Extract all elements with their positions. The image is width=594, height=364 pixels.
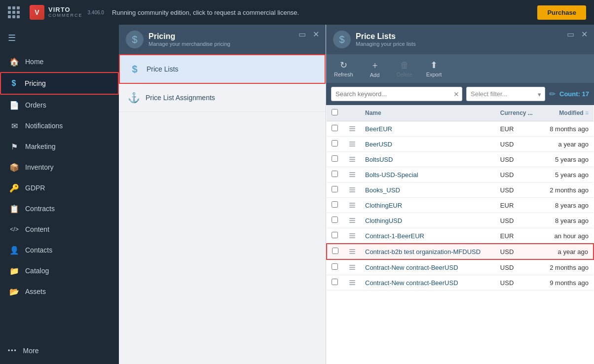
add-button[interactable]: ＋ Add <box>364 57 386 80</box>
content-icon: </> <box>9 224 19 234</box>
grid-icon[interactable] <box>8 6 20 18</box>
add-icon: ＋ <box>371 59 379 71</box>
row-checkbox[interactable] <box>332 263 338 270</box>
sidebar-item-contracts[interactable]: 📋 Contracts <box>0 198 119 219</box>
row-name[interactable]: ClothingEUR <box>360 198 495 213</box>
drag-handle[interactable] <box>349 172 355 177</box>
row-name[interactable]: Contract-New contract-BeerUSD <box>360 259 495 275</box>
more-button[interactable]: ••• More <box>0 341 119 360</box>
row-checkbox[interactable] <box>332 248 338 254</box>
price-list-assignments-item[interactable]: ⚓ Price List Assignments <box>119 84 326 112</box>
drag-handle[interactable] <box>349 142 355 146</box>
pricing-panel-title-area: Pricing Manage your merchandise pricing <box>148 32 230 47</box>
row-checkbox[interactable] <box>332 279 338 285</box>
table-row: Contract-New contract-BeerUSD USD 9 mont… <box>327 275 594 291</box>
sidebar-item-gdpr[interactable]: 🔑 GDPR <box>0 178 119 198</box>
price-lists-item[interactable]: $ Price Lists <box>119 54 326 84</box>
sidebar-item-label: Catalog <box>25 267 49 275</box>
row-currency: USD <box>495 275 541 291</box>
drag-handle[interactable] <box>349 203 355 208</box>
sidebar-item-orders[interactable]: 📄 Orders <box>0 95 119 115</box>
row-modified: 8 years ago <box>541 198 594 213</box>
sidebar-item-pricing[interactable]: $ Pricing <box>0 72 119 95</box>
export-icon: ⬆ <box>430 60 438 71</box>
price-lists-title-area: Price Lists Managing your price lists <box>356 32 416 47</box>
drag-handle[interactable] <box>349 280 355 285</box>
row-checkbox[interactable] <box>332 217 338 223</box>
filter-select[interactable]: Select filter... <box>466 87 545 101</box>
sidebar-item-marketing[interactable]: ⚑ Marketing <box>0 136 119 157</box>
row-name[interactable]: BeerUSD <box>360 137 495 152</box>
content-area: $ Pricing Manage your merchandise pricin… <box>119 25 594 364</box>
row-name[interactable]: BoltsUSD <box>360 152 495 167</box>
col-checkbox <box>327 105 344 121</box>
table-body: BeerEUR EUR 8 months ago BeerUSD USD a y… <box>327 121 594 291</box>
row-checkbox[interactable] <box>332 186 338 192</box>
search-bar: ✕ Select filter... ✏ Count: 17 <box>326 83 594 105</box>
drag-handle[interactable] <box>349 157 355 162</box>
sidebar-item-label: Assets <box>25 288 46 295</box>
row-name[interactable]: Contract-1-BeerEUR <box>360 228 495 244</box>
row-name[interactable]: BeerEUR <box>360 121 495 137</box>
sidebar-item-inventory[interactable]: 📦 Inventory <box>0 157 119 178</box>
col-drag <box>344 105 360 121</box>
sidebar-item-notifications[interactable]: ✉ Notifications <box>0 115 119 136</box>
sidebar-item-home[interactable]: 🏠 Home <box>0 51 119 72</box>
row-checkbox[interactable] <box>332 232 338 238</box>
top-banner: V VIRTO COMMERCE 3.406.0 Running communi… <box>0 0 594 25</box>
row-checkbox[interactable] <box>332 155 338 162</box>
column-menu-icon[interactable]: ≡ <box>585 109 589 116</box>
row-checkbox[interactable] <box>332 201 338 208</box>
hamburger-button[interactable]: ☰ <box>0 29 119 47</box>
price-lists-label: Price Lists <box>147 65 179 73</box>
price-lists-panel-actions: ▭ ✕ <box>564 29 590 40</box>
marketing-icon: ⚑ <box>9 142 19 151</box>
table-row: Contract-New contract-BeerUSD USD 2 mont… <box>327 259 594 275</box>
sidebar-item-label: Contacts <box>25 246 52 254</box>
edit-filter-button[interactable]: ✏ <box>549 89 556 99</box>
drag-handle[interactable] <box>349 126 355 131</box>
drag-handle[interactable] <box>349 218 355 223</box>
search-clear-button[interactable]: ✕ <box>453 90 459 98</box>
sidebar-item-content[interactable]: </> Content <box>0 219 119 240</box>
row-name[interactable]: Contract-b2b test organization-MFDUSD <box>360 244 495 259</box>
row-modified: a year ago <box>541 244 594 259</box>
pl-minimize-button[interactable]: ▭ <box>564 29 577 40</box>
drag-handle[interactable] <box>349 265 355 270</box>
row-currency: USD <box>495 152 541 167</box>
row-name[interactable]: Books_USD <box>360 182 495 198</box>
sidebar-item-catalog[interactable]: 📁 Catalog <box>0 260 119 281</box>
main-layout: ☰ 🏠 Home $ Pricing 📄 Orders ✉ Notificati… <box>0 25 594 364</box>
logo-text: VIRTO COMMERCE <box>48 6 83 18</box>
row-modified: 2 months ago <box>541 259 594 275</box>
minimize-button[interactable]: ▭ <box>296 29 308 40</box>
sidebar-item-assets[interactable]: 📂 Assets <box>0 281 119 302</box>
logo: V VIRTO COMMERCE 3.406.0 <box>30 5 104 20</box>
row-currency: USD <box>495 182 541 198</box>
row-name[interactable]: Contract-New contract-BeerUSD <box>360 275 495 291</box>
export-button[interactable]: ⬆ Export <box>423 58 445 79</box>
purchase-button[interactable]: Purchase <box>537 5 586 20</box>
refresh-button[interactable]: ↻ Refresh <box>331 58 356 79</box>
row-name[interactable]: ClothingUSD <box>360 213 495 228</box>
delete-icon: 🗑 <box>400 60 409 71</box>
row-name[interactable]: Bolts-USD-Special <box>360 167 495 182</box>
drag-handle[interactable] <box>349 249 355 254</box>
row-checkbox[interactable] <box>332 140 338 146</box>
sidebar-item-contacts[interactable]: 👤 Contacts <box>0 240 119 260</box>
pl-close-button[interactable]: ✕ <box>579 29 590 40</box>
contacts-icon: 👤 <box>9 245 19 255</box>
pricing-list-area: $ Price Lists ⚓ Price List Assignments <box>119 54 326 364</box>
row-checkbox[interactable] <box>332 125 338 131</box>
col-currency: Currency ... <box>495 105 541 121</box>
search-input[interactable] <box>331 87 462 101</box>
row-currency: USD <box>495 137 541 152</box>
drag-handle[interactable] <box>349 187 355 192</box>
table-row: ClothingEUR EUR 8 years ago <box>327 198 594 213</box>
select-all-checkbox[interactable] <box>332 109 338 115</box>
row-currency: USD <box>495 259 541 275</box>
row-checkbox[interactable] <box>332 171 338 177</box>
delete-button[interactable]: 🗑 Delete <box>394 58 415 79</box>
drag-handle[interactable] <box>349 233 355 238</box>
close-button[interactable]: ✕ <box>310 29 322 40</box>
